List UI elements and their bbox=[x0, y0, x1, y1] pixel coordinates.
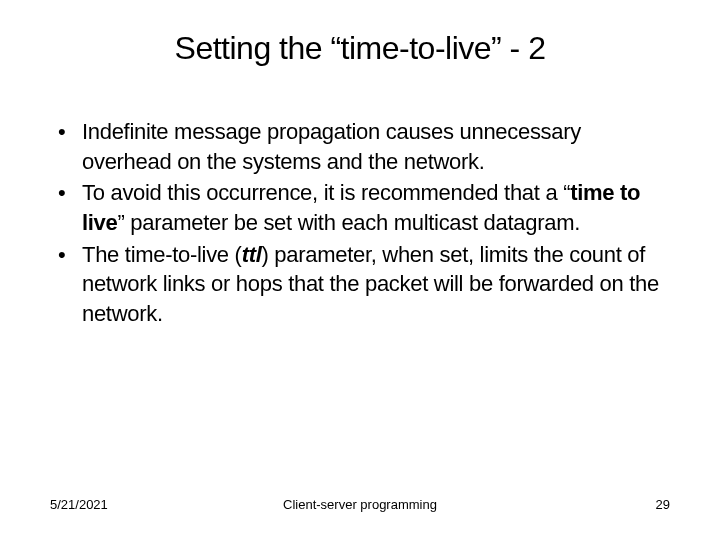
bullet-text: The time-to-live (ttl) parameter, when s… bbox=[82, 240, 670, 329]
bullet-text: To avoid this occurrence, it is recommen… bbox=[82, 178, 670, 237]
bullet-dot-icon: • bbox=[58, 178, 82, 208]
bullet-dot-icon: • bbox=[58, 117, 82, 147]
bullet-dot-icon: • bbox=[58, 240, 82, 270]
text-bold-italic: ttl bbox=[242, 242, 262, 267]
slide: Setting the “time-to-live” - 2 • Indefin… bbox=[0, 0, 720, 540]
footer-page-number: 29 bbox=[656, 497, 670, 512]
footer-date: 5/21/2021 bbox=[50, 497, 108, 512]
text-run: ” parameter be set with each multicast d… bbox=[118, 210, 580, 235]
bullet-item: • To avoid this occurrence, it is recomm… bbox=[58, 178, 670, 237]
text-run: Indefinite message propagation causes un… bbox=[82, 119, 581, 174]
bullet-item: • The time-to-live (ttl) parameter, when… bbox=[58, 240, 670, 329]
slide-title: Setting the “time-to-live” - 2 bbox=[50, 30, 670, 67]
slide-body: • Indefinite message propagation causes … bbox=[50, 117, 670, 329]
bullet-item: • Indefinite message propagation causes … bbox=[58, 117, 670, 176]
text-run: The time-to-live ( bbox=[82, 242, 242, 267]
bullet-text: Indefinite message propagation causes un… bbox=[82, 117, 670, 176]
footer-title: Client-server programming bbox=[283, 497, 437, 512]
text-run: To avoid this occurrence, it is recommen… bbox=[82, 180, 570, 205]
